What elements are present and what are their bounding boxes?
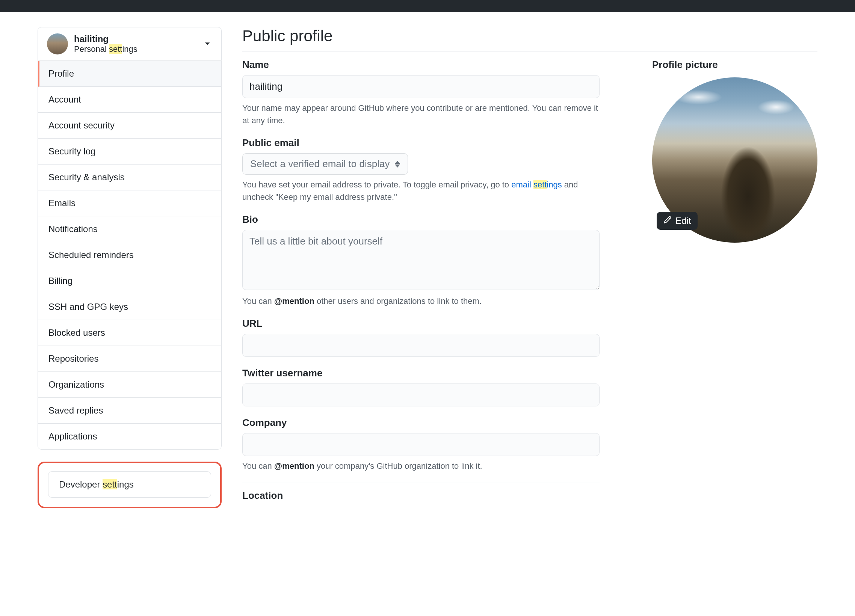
public-email-label: Public email <box>242 137 599 149</box>
url-input[interactable] <box>242 334 599 357</box>
sidebar-item-organizations[interactable]: Organizations <box>38 372 221 398</box>
sidebar-item-account-security[interactable]: Account security <box>38 113 221 139</box>
sidebar-username: hailiting <box>74 34 138 45</box>
company-input[interactable] <box>242 433 599 456</box>
avatar <box>47 34 68 54</box>
public-email-help: You have set your email address to priva… <box>242 178 599 203</box>
sidebar-item-applications[interactable]: Applications <box>38 424 221 449</box>
sidebar-item-billing[interactable]: Billing <box>38 268 221 294</box>
bio-help: You can @mention other users and organiz… <box>242 295 599 307</box>
sidebar-item-repositories[interactable]: Repositories <box>38 346 221 372</box>
sidebar-nav: ProfileAccountAccount securitySecurity l… <box>38 61 222 450</box>
url-label: URL <box>242 318 599 329</box>
sidebar-account-switcher[interactable]: hailiting Personal settings <box>38 27 222 61</box>
twitter-input[interactable] <box>242 383 599 406</box>
name-help: Your name may appear around GitHub where… <box>242 102 599 127</box>
sidebar-item-security-analysis[interactable]: Security & analysis <box>38 164 221 190</box>
sidebar-item-account[interactable]: Account <box>38 87 221 113</box>
sidebar-item-blocked-users[interactable]: Blocked users <box>38 320 221 346</box>
name-label: Name <box>242 59 599 70</box>
main-content: Public profile Name Your name may appear… <box>242 27 817 508</box>
sidebar-item-emails[interactable]: Emails <box>38 190 221 216</box>
developer-settings-callout: Developer settings <box>38 462 222 508</box>
company-label: Company <box>242 417 599 429</box>
edit-button-label: Edit <box>676 216 691 226</box>
bio-label: Bio <box>242 214 599 225</box>
sidebar-item-scheduled-reminders[interactable]: Scheduled reminders <box>38 242 221 268</box>
top-bar <box>0 0 855 12</box>
company-help: You can @mention your company's GitHub o… <box>242 460 599 472</box>
sidebar-item-profile[interactable]: Profile <box>38 61 221 87</box>
page-title: Public profile <box>242 27 817 51</box>
public-email-placeholder: Select a verified email to display <box>250 158 389 170</box>
sidebar: hailiting Personal settings ProfileAccou… <box>38 27 222 508</box>
edit-profile-picture-button[interactable]: Edit <box>657 212 697 230</box>
select-sort-icon <box>395 161 400 167</box>
twitter-label: Twitter username <box>242 367 599 379</box>
sidebar-item-ssh-gpg[interactable]: SSH and GPG keys <box>38 294 221 320</box>
name-input[interactable] <box>242 75 599 98</box>
sidebar-item-security-log[interactable]: Security log <box>38 139 221 164</box>
user-info: hailiting Personal settings <box>74 34 138 54</box>
sidebar-subtitle: Personal settings <box>74 44 138 54</box>
pencil-icon <box>663 216 672 226</box>
profile-picture-title: Profile picture <box>652 59 817 70</box>
bio-textarea[interactable] <box>242 230 599 290</box>
location-label: Location <box>242 490 599 501</box>
sidebar-item-developer-settings[interactable]: Developer settings <box>48 471 211 498</box>
sidebar-item-notifications[interactable]: Notifications <box>38 216 221 242</box>
chevron-down-icon <box>204 41 211 47</box>
sidebar-item-saved-replies[interactable]: Saved replies <box>38 398 221 424</box>
separator <box>242 483 599 483</box>
public-email-select[interactable]: Select a verified email to display <box>242 153 408 175</box>
email-settings-link[interactable]: email settings <box>511 180 562 189</box>
profile-picture-wrap: Edit <box>652 77 817 243</box>
